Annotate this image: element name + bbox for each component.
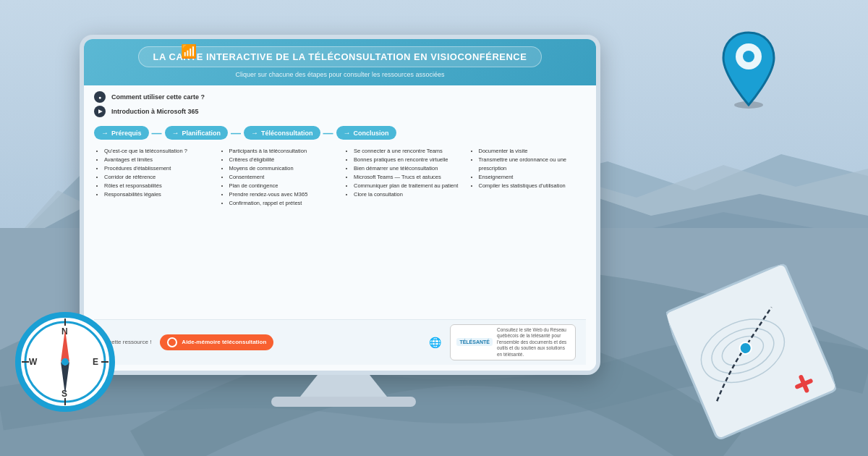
svg-text:S: S [61, 389, 67, 399]
arrow-icon-3: → [251, 129, 258, 137]
arrow-icon-2: → [172, 129, 179, 137]
list-item[interactable]: Participants à la téléconsultation [229, 147, 337, 156]
steps-row: → Prérequis — → Planification — → Téléco… [94, 126, 586, 140]
camera-icon: ● [94, 91, 106, 103]
list-item[interactable]: Confirmation, rappel et prétest [229, 199, 337, 208]
arrow-icon-1: → [101, 129, 109, 137]
connector-2: — [231, 127, 241, 139]
list-item[interactable]: Consentement [229, 173, 337, 182]
screen-content: LA CARTE INTERACTIVE DE LA TÉLÉCONSULTAT… [84, 39, 596, 371]
list-item[interactable]: Bien démarrer une téléconsultation [354, 164, 461, 173]
list-item[interactable]: Se connecter à une rencontre Teams [354, 147, 461, 156]
col-conclusion: Documenter la visite Transmettre une ord… [469, 147, 587, 319]
location-pin-decoration [716, 29, 781, 111]
wifi-icon: 📶 [181, 43, 197, 59]
list-item[interactable]: Responsabilités légales [104, 190, 212, 199]
step-prerequis[interactable]: → Prérequis [94, 126, 149, 140]
svg-point-21 [743, 51, 754, 62]
connector-1: — [152, 127, 162, 139]
step-conclusion[interactable]: → Conclusion [336, 126, 396, 140]
telesante-description: Consultez le site Web du Réseau québécoi… [497, 327, 569, 358]
list-item[interactable]: Procédures d'établissement [104, 164, 212, 173]
step-label-3: Téléconsultation [261, 130, 313, 137]
content-columns: Qu'est-ce que la téléconsultation ? Avan… [94, 147, 586, 319]
list-prerequis: Qu'est-ce que la téléconsultation ? Avan… [94, 147, 212, 199]
monitor-base [271, 397, 416, 407]
svg-point-18 [61, 358, 69, 366]
telesante-badge[interactable]: TÉLÉSANTÉ Consultez le site Web du Résea… [450, 324, 576, 360]
monitor-stand [300, 375, 387, 397]
screen-header: LA CARTE INTERACTIVE DE LA TÉLÉCONSULTAT… [84, 39, 596, 85]
list-item[interactable]: Communiquer plan de traitement au patien… [354, 182, 461, 190]
col-teleconsultation: Se connecter à une rencontre Teams Bonne… [344, 147, 461, 319]
list-item[interactable]: Clore la consultation [354, 190, 461, 199]
screen-subtitle: Cliquer sur chacune des étapes pour cons… [235, 71, 444, 78]
svg-text:E: E [93, 357, 98, 367]
video-icon: ▶ [94, 106, 106, 117]
list-teleconsultation: Se connecter à une rencontre Teams Bonne… [344, 147, 461, 199]
list-conclusion: Documenter la visite Transmettre une ord… [469, 147, 587, 190]
list-item[interactable]: Corridor de référence [104, 173, 212, 182]
step-teleconsultation[interactable]: → Téléconsultation [244, 126, 320, 140]
screen-title[interactable]: LA CARTE INTERACTIVE DE LA TÉLÉCONSULTAT… [138, 46, 542, 67]
intro-label-1: Comment utiliser cette carte ? [111, 93, 205, 101]
bottom-bar: z cette ressource ! Aide-mémoire télécon… [94, 319, 586, 365]
list-item[interactable]: Plan de contingence [229, 182, 337, 190]
intro-label-2: Introduction à Microsoft 365 [111, 108, 199, 115]
globe-icon: 🌐 [429, 337, 441, 348]
list-item[interactable]: Compiler les statistiques d'utilisation [479, 182, 587, 190]
arrow-icon-4: → [344, 129, 351, 137]
svg-text:W: W [29, 357, 38, 367]
intro-item-2[interactable]: ▶ Introduction à Microsoft 365 [94, 106, 586, 117]
connector-3: — [323, 127, 333, 139]
list-planification: Participants à la téléconsultation Critè… [219, 147, 337, 208]
list-item[interactable]: Bonnes pratiques en rencontre virtuelle [354, 156, 461, 164]
aide-label: Aide-mémoire téléconsultation [182, 339, 266, 345]
list-item[interactable]: Rôles et responsabilités [104, 182, 212, 190]
aide-icon [167, 337, 177, 347]
monitor: 📶 LA CARTE INTERACTIVE DE LA TÉLÉCONSULT… [80, 35, 608, 411]
list-item[interactable]: Microsoft Teams — Trucs et astuces [354, 173, 461, 182]
step-planification[interactable]: → Planification [165, 126, 229, 140]
screen-body: ● Comment utiliser cette carte ? ▶ Intro… [84, 85, 596, 371]
intro-items: ● Comment utiliser cette carte ? ▶ Intro… [94, 91, 586, 120]
compass-decoration: N S E W [14, 311, 116, 413]
list-item[interactable]: Prendre rendez-vous avec M365 [229, 190, 337, 199]
list-item[interactable]: Enseignement [479, 173, 587, 182]
intro-item-1[interactable]: ● Comment utiliser cette carte ? [94, 91, 586, 103]
list-item[interactable]: Qu'est-ce que la téléconsultation ? [104, 147, 212, 156]
telesante-logo: TÉLÉSANTÉ [456, 338, 493, 346]
step-label-4: Conclusion [354, 130, 389, 137]
list-item[interactable]: Documenter la visite [479, 147, 587, 156]
col-prerequis: Qu'est-ce que la téléconsultation ? Avan… [94, 147, 212, 319]
list-item[interactable]: Moyens de communication [229, 164, 337, 173]
aide-button[interactable]: Aide-mémoire téléconsultation [160, 334, 273, 350]
list-item[interactable]: Critères d'éligibilité [229, 156, 337, 164]
monitor-screen: LA CARTE INTERACTIVE DE LA TÉLÉCONSULTAT… [80, 35, 600, 375]
step-label-1: Prérequis [111, 130, 142, 137]
col-planification: Participants à la téléconsultation Critè… [219, 147, 337, 319]
list-item[interactable]: Transmettre une ordonnance ou une prescr… [479, 156, 587, 173]
step-label-2: Planification [182, 130, 221, 137]
list-item[interactable]: Avantages et limites [104, 156, 212, 164]
map-card-decoration [680, 275, 825, 434]
